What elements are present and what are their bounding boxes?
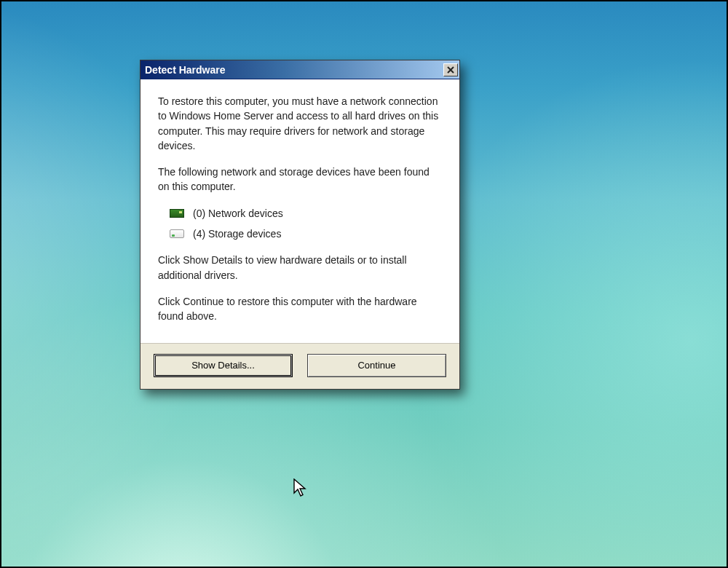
cursor-icon — [293, 478, 308, 499]
show-details-hint: Click Show Details to view hardware deta… — [158, 253, 442, 283]
network-devices-label: (0) Network devices — [193, 206, 283, 221]
desktop-background: Detect Hardware To restore this computer… — [0, 0, 728, 568]
storage-devices-label: (4) Storage devices — [193, 226, 281, 241]
close-button[interactable] — [443, 63, 458, 76]
close-icon — [447, 66, 454, 74]
dialog-body: To restore this computer, you must have … — [141, 79, 459, 344]
hard-drive-icon — [170, 229, 184, 239]
detect-hardware-dialog: Detect Hardware To restore this computer… — [140, 60, 460, 390]
dialog-footer: Show Details... Continue — [141, 344, 459, 389]
titlebar[interactable]: Detect Hardware — [141, 60, 459, 79]
storage-devices-row: (4) Storage devices — [170, 226, 442, 241]
intro-text: To restore this computer, you must have … — [158, 94, 442, 153]
continue-button[interactable]: Continue — [307, 354, 446, 377]
continue-hint: Click Continue to restore this computer … — [158, 294, 442, 324]
network-devices-row: (0) Network devices — [170, 206, 442, 221]
network-card-icon — [170, 208, 184, 218]
devices-intro-text: The following network and storage device… — [158, 165, 442, 194]
show-details-button[interactable]: Show Details... — [154, 354, 293, 377]
device-list: (0) Network devices (4) Storage devices — [170, 206, 442, 242]
window-title: Detect Hardware — [145, 64, 443, 76]
